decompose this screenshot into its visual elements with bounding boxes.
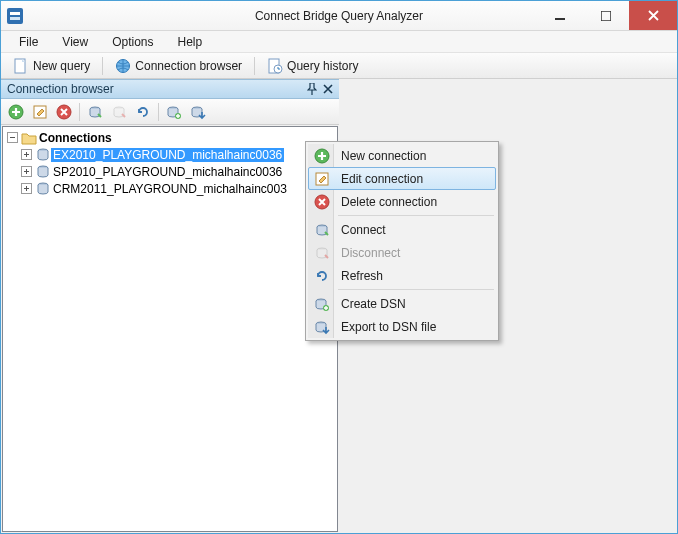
panel-toolbar xyxy=(1,99,339,125)
disconn-icon xyxy=(313,244,331,262)
titlebar: Connect Bridge Query Analyzer xyxy=(1,1,677,31)
menu-item-label: New connection xyxy=(341,149,426,163)
app-icon xyxy=(7,8,23,24)
database-icon xyxy=(35,148,51,162)
refresh-icon xyxy=(313,267,331,285)
disconnect-icon[interactable] xyxy=(108,102,130,122)
edit-connection-icon[interactable] xyxy=(29,102,51,122)
document-icon xyxy=(13,58,29,74)
history-icon xyxy=(267,58,283,74)
panel-titlebar: Connection browser xyxy=(1,79,339,99)
tree-item-label: EX2010_PLAYGROUND_michalhainc0036 xyxy=(51,148,284,162)
menu-separator xyxy=(338,289,494,290)
new-query-label: New query xyxy=(33,59,90,73)
svg-rect-3 xyxy=(555,18,565,20)
menu-separator xyxy=(338,215,494,216)
toolbar-separator xyxy=(79,103,80,121)
tree-item[interactable]: CRM2011_PLAYGROUND_michalhainc003 xyxy=(3,180,337,197)
collapse-icon[interactable] xyxy=(7,132,18,143)
menu-item[interactable]: Refresh xyxy=(308,264,496,287)
svg-rect-2 xyxy=(10,17,20,20)
tree-item-label: SP2010_PLAYGROUND_michalhainc0036 xyxy=(51,165,284,179)
window-buttons xyxy=(537,1,677,30)
svg-rect-0 xyxy=(7,8,23,24)
toolbar-separator xyxy=(254,57,255,75)
tree-item[interactable]: EX2010_PLAYGROUND_michalhainc0036 xyxy=(3,146,337,163)
query-history-button[interactable]: Query history xyxy=(261,56,364,76)
expand-icon[interactable] xyxy=(21,149,32,160)
menu-item[interactable]: Connect xyxy=(308,218,496,241)
delete-connection-icon[interactable] xyxy=(53,102,75,122)
connect-icon xyxy=(313,221,331,239)
connect-icon[interactable] xyxy=(84,102,106,122)
menu-item[interactable]: Edit connection xyxy=(308,167,496,190)
new-query-button[interactable]: New query xyxy=(7,56,96,76)
toolbar-separator xyxy=(158,103,159,121)
tree-root-label: Connections xyxy=(37,131,114,145)
main-toolbar: New query Connection browser Query histo… xyxy=(1,53,677,79)
menubar: File View Options Help xyxy=(1,31,677,53)
export-dsn-icon[interactable] xyxy=(187,102,209,122)
export-icon xyxy=(313,318,331,336)
menu-help[interactable]: Help xyxy=(168,33,213,51)
panel-close-icon[interactable] xyxy=(323,84,333,94)
globe-icon xyxy=(115,58,131,74)
connection-browser-label: Connection browser xyxy=(135,59,242,73)
menu-view[interactable]: View xyxy=(52,33,98,51)
svg-rect-1 xyxy=(10,12,20,15)
minimize-button[interactable] xyxy=(537,1,583,30)
content-area: Connection browser xyxy=(1,79,677,533)
expand-icon[interactable] xyxy=(21,183,32,194)
folder-icon xyxy=(21,131,37,145)
menu-item[interactable]: Export to DSN file xyxy=(308,315,496,338)
svg-rect-4 xyxy=(601,11,611,21)
tree-root[interactable]: Connections xyxy=(3,129,337,146)
connection-browser-button[interactable]: Connection browser xyxy=(109,56,248,76)
tree-item[interactable]: SP2010_PLAYGROUND_michalhainc0036 xyxy=(3,163,337,180)
menu-item[interactable]: Create DSN xyxy=(308,292,496,315)
menu-item-label: Disconnect xyxy=(341,246,400,260)
menu-file[interactable]: File xyxy=(9,33,48,51)
delete-icon xyxy=(313,193,331,211)
menu-options[interactable]: Options xyxy=(102,33,163,51)
dsn-icon xyxy=(313,295,331,313)
tree-item-label: CRM2011_PLAYGROUND_michalhainc003 xyxy=(51,182,289,196)
panel-title-text: Connection browser xyxy=(7,82,114,96)
context-menu: New connectionEdit connectionDelete conn… xyxy=(305,141,499,341)
edit-icon xyxy=(313,170,331,188)
pin-icon[interactable] xyxy=(307,83,317,95)
menu-item[interactable]: Delete connection xyxy=(308,190,496,213)
menu-item-label: Export to DSN file xyxy=(341,320,436,334)
query-history-label: Query history xyxy=(287,59,358,73)
menu-item-label: Delete connection xyxy=(341,195,437,209)
toolbar-separator xyxy=(102,57,103,75)
create-dsn-icon[interactable] xyxy=(163,102,185,122)
close-button[interactable] xyxy=(629,1,677,30)
menu-item-label: Create DSN xyxy=(341,297,406,311)
menu-item-label: Connect xyxy=(341,223,386,237)
menu-item-label: Edit connection xyxy=(341,172,423,186)
expand-icon[interactable] xyxy=(21,166,32,177)
maximize-button[interactable] xyxy=(583,1,629,30)
app-window: Connect Bridge Query Analyzer File View … xyxy=(0,0,678,534)
menu-item-label: Refresh xyxy=(341,269,383,283)
menu-item: Disconnect xyxy=(308,241,496,264)
database-icon xyxy=(35,182,51,196)
connection-browser-panel: Connection browser xyxy=(1,79,339,533)
menu-item[interactable]: New connection xyxy=(308,144,496,167)
refresh-icon[interactable] xyxy=(132,102,154,122)
new-connection-icon[interactable] xyxy=(5,102,27,122)
connection-tree[interactable]: Connections EX2010_PLAYGROUND_michalhain… xyxy=(2,126,338,532)
database-icon xyxy=(35,165,51,179)
plus-icon xyxy=(313,147,331,165)
